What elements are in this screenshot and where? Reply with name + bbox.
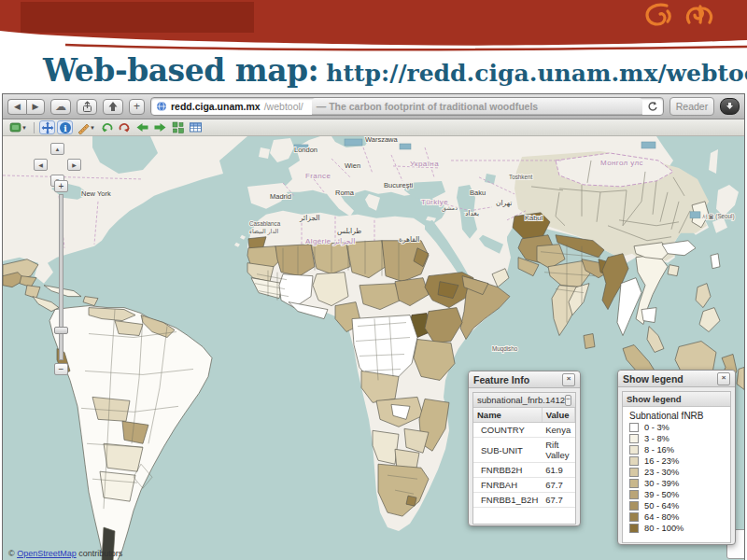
legend-class-label: 0 - 3% bbox=[644, 423, 669, 432]
map-label: بغداد bbox=[465, 209, 479, 217]
map-label: Roma bbox=[335, 189, 355, 197]
map-label: London bbox=[294, 146, 317, 154]
table-cell: 67.7 bbox=[542, 493, 574, 508]
map-label: Casablanca bbox=[249, 220, 281, 227]
map-label: Muqdisho bbox=[492, 346, 518, 354]
pan-right-button[interactable]: ▶ bbox=[67, 159, 81, 171]
table-row[interactable]: SUB-UNITRift Valley bbox=[473, 438, 575, 463]
share-button[interactable] bbox=[77, 99, 97, 115]
zoom-slider-track[interactable] bbox=[59, 194, 63, 360]
legend-class-label: 80 - 100% bbox=[644, 524, 684, 533]
attribute-table-button[interactable] bbox=[188, 120, 204, 134]
map-label: 서울 (Seoul) bbox=[702, 213, 735, 220]
layer-switcher-button[interactable]: ▼ bbox=[7, 120, 29, 134]
new-tab-button[interactable]: + bbox=[129, 99, 145, 115]
downloads-button[interactable] bbox=[720, 98, 740, 115]
map-label: Wien bbox=[345, 161, 360, 170]
address-path: /webtool/ bbox=[264, 101, 303, 112]
column-header-value: Value bbox=[542, 408, 574, 423]
collapse-icon[interactable]: − bbox=[565, 395, 571, 406]
page-title: Web-based map:http://redd.ciga.unam.mx/w… bbox=[43, 52, 743, 91]
previous-extent-button[interactable] bbox=[134, 120, 150, 134]
address-domain: redd.ciga.unam.mx bbox=[171, 101, 261, 112]
table-row[interactable]: FNRBAH67.7 bbox=[473, 478, 575, 493]
chevron-down-icon: ▼ bbox=[90, 125, 95, 131]
legend-class-label: 50 - 64% bbox=[644, 501, 679, 511]
legend-class-label: 8 - 16% bbox=[644, 445, 674, 455]
feature-layer-bar[interactable]: subnational_fnrb.1412 − bbox=[473, 393, 575, 408]
legend-swatch bbox=[629, 524, 639, 533]
table-row[interactable]: FNRBB2H61.9 bbox=[473, 463, 575, 478]
info-icon: i bbox=[59, 121, 72, 134]
table-row[interactable]: FNRBB1_B2H67.7 bbox=[473, 493, 575, 508]
table-cell: 61.9 bbox=[542, 463, 574, 478]
table-cell: COUNTRY bbox=[473, 423, 542, 438]
legend-class-label: 23 - 30% bbox=[644, 468, 679, 477]
zoom-max-extent-button[interactable] bbox=[170, 120, 186, 134]
zoom-next-button[interactable] bbox=[117, 120, 133, 134]
zoom-next-icon bbox=[118, 120, 132, 134]
legend-swatch bbox=[629, 456, 639, 466]
feature-info-panel: Feature Info × subnational_fnrb.1412 − N… bbox=[468, 371, 581, 526]
adinkra-symbol-left-icon bbox=[642, 0, 674, 30]
map-viewport[interactable]: LondonWarszawaWienBucureştiRomaMadridNew… bbox=[3, 136, 744, 560]
upload-button[interactable] bbox=[103, 99, 123, 115]
pan-tool-button[interactable] bbox=[39, 120, 55, 134]
map-label: Baku bbox=[470, 189, 486, 197]
legend-titlebar[interactable]: Show legend × bbox=[618, 371, 735, 387]
back-button[interactable]: ◀ bbox=[7, 99, 26, 115]
chevron-down-icon: ▼ bbox=[21, 125, 27, 131]
nav-button-group: ◀ ▶ bbox=[7, 99, 45, 115]
map-label: New York bbox=[81, 189, 111, 198]
feature-layer-name: subnational_fnrb.1412 bbox=[477, 395, 565, 405]
pan-up-button[interactable]: ▲ bbox=[50, 143, 64, 155]
table-icon bbox=[189, 120, 203, 134]
close-icon[interactable]: × bbox=[562, 373, 575, 386]
legend-class-row: 30 - 39% bbox=[629, 479, 730, 488]
map-label: Bucureşti bbox=[384, 181, 414, 189]
table-cell: SUB-UNIT bbox=[473, 438, 542, 463]
reader-button[interactable]: Reader bbox=[669, 97, 714, 116]
upload-icon bbox=[106, 100, 120, 113]
legend-classes: 0 - 3%3 - 8%8 - 16%16 - 23%23 - 30%30 - … bbox=[623, 423, 730, 533]
feature-info-body: subnational_fnrb.1412 − Name Value COUNT… bbox=[472, 392, 576, 525]
next-extent-button[interactable] bbox=[152, 120, 168, 134]
legend-class-row: 23 - 30% bbox=[629, 468, 730, 477]
feature-info-title: Feature Info bbox=[473, 374, 529, 385]
table-cell: FNRBAH bbox=[473, 478, 542, 493]
feature-info-titlebar[interactable]: Feature Info × bbox=[469, 371, 580, 388]
zoom-out-button[interactable]: − bbox=[54, 363, 68, 375]
identify-tool-button[interactable]: i bbox=[57, 120, 73, 134]
table-cell: Rift Valley bbox=[542, 438, 574, 463]
table-cell: Kenya bbox=[542, 423, 574, 438]
zoom-previous-button[interactable] bbox=[99, 120, 115, 134]
zoom-slider-handle[interactable] bbox=[54, 327, 68, 334]
cloud-icon: ☁ bbox=[55, 100, 66, 113]
legend-class-row: 16 - 23% bbox=[629, 456, 730, 466]
legend-swatch bbox=[629, 501, 639, 511]
legend-header-bar[interactable]: Show legend bbox=[623, 392, 730, 407]
legend-header: Show legend bbox=[627, 394, 682, 404]
map-label: France bbox=[305, 172, 331, 180]
forward-button[interactable]: ▶ bbox=[26, 99, 45, 115]
svg-text:i: i bbox=[63, 123, 67, 133]
map-label: طرابلس bbox=[337, 227, 361, 235]
openstreetmap-link[interactable]: OpenStreetMap bbox=[17, 549, 77, 558]
measure-icon bbox=[77, 120, 91, 134]
map-label: Warszawa bbox=[365, 136, 399, 144]
page-title-url: http://redd.ciga.unam.mx/webtool/ bbox=[326, 60, 747, 87]
address-bar[interactable]: redd.ciga.unam.mx/webtool/ — The carbon … bbox=[150, 97, 664, 116]
refresh-icon[interactable] bbox=[646, 101, 658, 113]
legend-class-label: 3 - 8% bbox=[644, 434, 669, 443]
table-row[interactable]: COUNTRYKenya bbox=[473, 423, 575, 438]
arrow-right-icon bbox=[153, 120, 167, 134]
map-label: الدار البيضاء bbox=[249, 228, 279, 235]
pan-left-button[interactable]: ◀ bbox=[34, 159, 48, 171]
legend-swatch bbox=[629, 423, 639, 432]
home-button[interactable]: ☁ bbox=[50, 99, 71, 115]
banner-logo-block bbox=[21, 2, 254, 33]
browser-window: ◀ ▶ ☁ + bbox=[2, 93, 745, 560]
close-icon[interactable]: × bbox=[717, 372, 730, 385]
zoom-in-button[interactable]: + bbox=[54, 180, 68, 192]
measure-tool-button[interactable]: ▼ bbox=[75, 120, 97, 134]
